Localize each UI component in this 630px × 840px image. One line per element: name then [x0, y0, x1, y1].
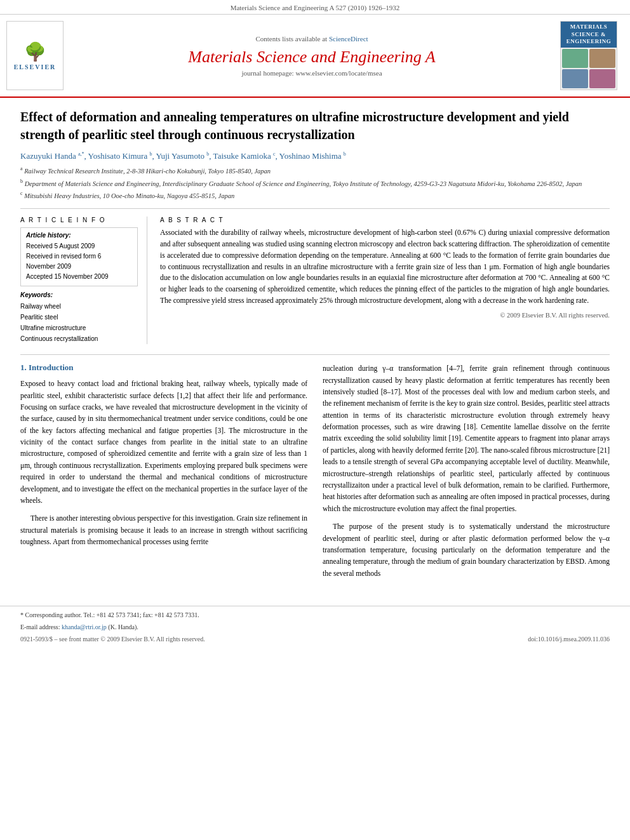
copyright: © 2009 Elsevier B.V. All rights reserved…: [160, 312, 610, 319]
intro-para-1: Exposed to heavy contact load and fricti…: [20, 378, 307, 506]
intro-para-2: There is another interesting obvious per…: [20, 512, 307, 547]
journal-title: Materials Science and Engineering A: [70, 48, 554, 67]
right-para-2: The purpose of the present study is to s…: [323, 521, 610, 579]
homepage-label: journal homepage: www.elsevier.com/locat…: [241, 69, 382, 77]
journal-bar: Materials Science and Engineering A 527 …: [0, 0, 630, 15]
abstract-text: Associated with the durability of railwa…: [160, 227, 610, 307]
main-content: Effect of deformation and annealing temp…: [0, 98, 630, 596]
mse-logo-images: [561, 48, 617, 90]
mse-logo-box: MATERIALSSCIENCE &ENGINEERING: [560, 21, 617, 90]
article-history-box: Article history: Received 5 August 2009 …: [20, 227, 138, 286]
affiliation-a: a Railway Technical Research Institute, …: [20, 165, 610, 176]
mse-logo-text: MATERIALSSCIENCE &ENGINEERING: [561, 22, 617, 48]
footer-area: * Corresponding author. Tel.: +81 42 573…: [0, 606, 630, 646]
header-area: 🌳 ELSEVIER Contents lists available at S…: [0, 15, 630, 98]
keyword-4: Continuous recrystallization: [20, 333, 138, 344]
page: Materials Science and Engineering A 527 …: [0, 0, 630, 840]
keywords-label: Keywords:: [20, 291, 138, 298]
right-body-col: nucleation during γ–α transformation [4–…: [323, 363, 610, 585]
affiliation-b: b Department of Materials Science and En…: [20, 178, 610, 189]
journal-header-center: Contents lists available at ScienceDirec…: [70, 21, 554, 90]
footnote-star: * Corresponding author. Tel.: +81 42 573…: [20, 610, 610, 620]
info-abstract-section: A R T I C L E I N F O Article history: R…: [20, 217, 610, 344]
elsevier-logo: 🌳 ELSEVIER: [6, 21, 64, 90]
sciencedirect-line: Contents lists available at ScienceDirec…: [70, 35, 554, 43]
sciencedirect-link[interactable]: ScienceDirect: [329, 35, 368, 43]
keywords-box: Keywords: Railway wheel Pearlitic steel …: [20, 291, 138, 344]
keyword-1: Railway wheel: [20, 301, 138, 312]
mse-image-1: [562, 49, 588, 68]
footnote-email-link[interactable]: khanda@rtri.or.jp: [62, 623, 107, 630]
footer-doi: doi:10.1016/j.msea.2009.11.036: [528, 636, 610, 643]
mse-image-4: [589, 69, 615, 88]
left-body-col: 1. Introduction Exposed to heavy contact…: [20, 363, 307, 585]
elsevier-label: ELSEVIER: [14, 63, 57, 70]
article-title: Effect of deformation and annealing temp…: [20, 108, 610, 143]
footnote-email: E-mail address: khanda@rtri.or.jp (K. Ha…: [20, 622, 610, 632]
right-body-text: nucleation during γ–α transformation [4–…: [323, 363, 610, 579]
footer-bottom: 0921-5093/$ – see front matter © 2009 El…: [20, 636, 610, 643]
affiliations: a Railway Technical Research Institute, …: [20, 165, 610, 209]
footer-copyright: 0921-5093/$ – see front matter © 2009 El…: [20, 636, 205, 643]
abstract-col: A B S T R A C T Associated with the dura…: [160, 217, 610, 344]
revised-date: Received in revised form 6 November 2009: [26, 251, 132, 272]
introduction-title: 1. Introduction: [20, 363, 307, 373]
elsevier-tree-icon: 🌳: [24, 41, 46, 62]
article-info-header: A R T I C L E I N F O: [20, 217, 138, 223]
footnote-star-text: * Corresponding author. Tel.: +81 42 573…: [20, 611, 199, 618]
mse-image-3: [562, 69, 588, 88]
affiliation-c: c Mitsubishi Heavy Industries, 10 Ooe-ch…: [20, 190, 610, 201]
keyword-3: Ultrafine microstructure: [20, 323, 138, 333]
journal-homepage: journal homepage: www.elsevier.com/locat…: [70, 69, 554, 77]
section-divider: [20, 354, 610, 355]
abstract-header: A B S T R A C T: [160, 217, 610, 223]
accepted-date: Accepted 15 November 2009: [26, 272, 132, 282]
authors-text: Kazuyuki Handa a,*, Yoshisato Kimura b, …: [20, 151, 346, 161]
received-date: Received 5 August 2009: [26, 241, 132, 251]
right-para-1: nucleation during γ–α transformation [4–…: [323, 363, 610, 514]
article-history-label: Article history:: [26, 232, 132, 239]
body-two-col: 1. Introduction Exposed to heavy contact…: [20, 363, 610, 585]
keyword-2: Pearlitic steel: [20, 312, 138, 323]
introduction-text: Exposed to heavy contact load and fricti…: [20, 378, 307, 547]
authors: Kazuyuki Handa a,*, Yoshisato Kimura b, …: [20, 151, 610, 161]
footnote-name: (K. Handa).: [108, 623, 138, 630]
contents-label: Contents lists available at: [255, 35, 327, 43]
mse-image-2: [589, 49, 615, 68]
journal-citation: Materials Science and Engineering A 527 …: [231, 4, 400, 11]
article-info: A R T I C L E I N F O Article history: R…: [20, 217, 147, 344]
footnote-email-label: E-mail address:: [20, 623, 62, 630]
